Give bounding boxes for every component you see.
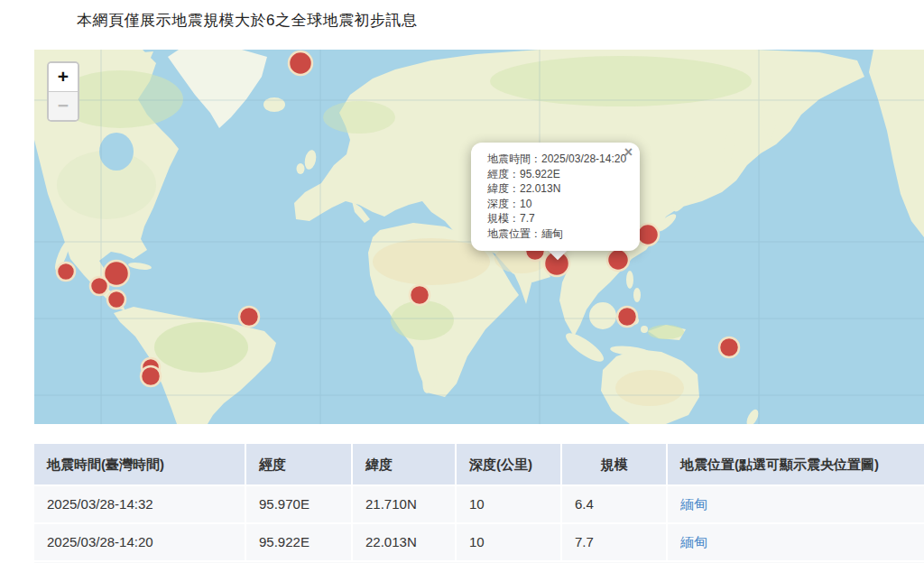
cell-magnitude: 7.7	[562, 524, 668, 560]
header-location: 地震位置(點選可顯示震央位置圖)	[668, 444, 924, 485]
cell-location: 緬甸	[668, 486, 924, 522]
header-latitude: 緯度	[353, 444, 457, 485]
zoom-out-button[interactable]: −	[49, 91, 78, 120]
popup-line-depth: 深度：10	[487, 197, 633, 212]
cell-longitude: 95.922E	[246, 524, 353, 560]
table-header-row: 地震時間(臺灣時間) 經度 緯度 深度(公里) 規模 地震位置(點選可顯示震央位…	[34, 444, 924, 485]
popup-line-longitude: 經度：95.922E	[487, 167, 633, 182]
popup-line-location: 地震位置：緬甸	[487, 226, 633, 242]
header-longitude: 經度	[246, 444, 353, 485]
cell-latitude: 22.013N	[353, 524, 457, 560]
earthquake-marker[interactable]	[239, 307, 259, 327]
table-row: 2025/03/28-14:20 95.922E 22.013N 10 7.7 …	[34, 524, 924, 560]
world-map[interactable]: + − × 地震時間：2025/03/28-14:20 經度：95.922E 緯…	[34, 50, 924, 424]
cell-longitude: 95.970E	[246, 486, 353, 522]
header-magnitude: 規模	[562, 444, 668, 485]
map-zoom-control: + −	[47, 61, 79, 122]
cell-time: 2025/03/28-14:32	[34, 486, 246, 522]
popup-close-button[interactable]: ×	[624, 145, 633, 160]
cell-location: 緬甸	[668, 524, 924, 560]
header-time: 地震時間(臺灣時間)	[34, 444, 246, 485]
page-title: 本網頁僅展示地震規模大於6之全球地震初步訊息	[77, 10, 417, 31]
popup-line-magnitude: 規模：7.7	[487, 211, 633, 226]
cell-magnitude: 6.4	[562, 486, 668, 522]
cell-latitude: 21.710N	[353, 486, 457, 522]
earthquake-marker[interactable]	[410, 285, 430, 305]
earthquake-marker[interactable]	[90, 277, 108, 295]
header-depth: 深度(公里)	[457, 444, 562, 485]
cell-depth: 10	[457, 524, 562, 560]
earthquake-marker[interactable]	[607, 249, 629, 271]
table-row: 2025/03/28-14:32 95.970E 21.710N 10 6.4 …	[34, 486, 924, 522]
earthquake-marker[interactable]	[289, 51, 312, 75]
earthquake-table: 地震時間(臺灣時間) 經度 緯度 深度(公里) 規模 地震位置(點選可顯示震央位…	[34, 444, 924, 563]
zoom-in-button[interactable]: +	[49, 63, 78, 91]
cell-depth: 10	[457, 486, 562, 522]
earthquake-marker[interactable]	[617, 307, 637, 327]
earthquake-marker[interactable]	[719, 337, 739, 357]
popup-line-latitude: 緯度：22.013N	[487, 181, 633, 197]
location-link[interactable]: 緬甸	[680, 534, 707, 549]
popup-body: × 地震時間：2025/03/28-14:20 經度：95.922E 緯度：22…	[471, 143, 640, 251]
earthquake-marker[interactable]	[107, 291, 125, 309]
location-link[interactable]: 緬甸	[680, 496, 707, 512]
earthquake-marker[interactable]	[57, 263, 75, 281]
cell-time: 2025/03/28-14:20	[34, 524, 246, 560]
earthquake-marker[interactable]	[141, 366, 161, 386]
earthquake-popup: × 地震時間：2025/03/28-14:20 經度：95.922E 緯度：22…	[471, 143, 640, 251]
popup-line-time: 地震時間：2025/03/28-14:20	[487, 152, 633, 167]
earthquake-marker[interactable]	[637, 224, 659, 245]
